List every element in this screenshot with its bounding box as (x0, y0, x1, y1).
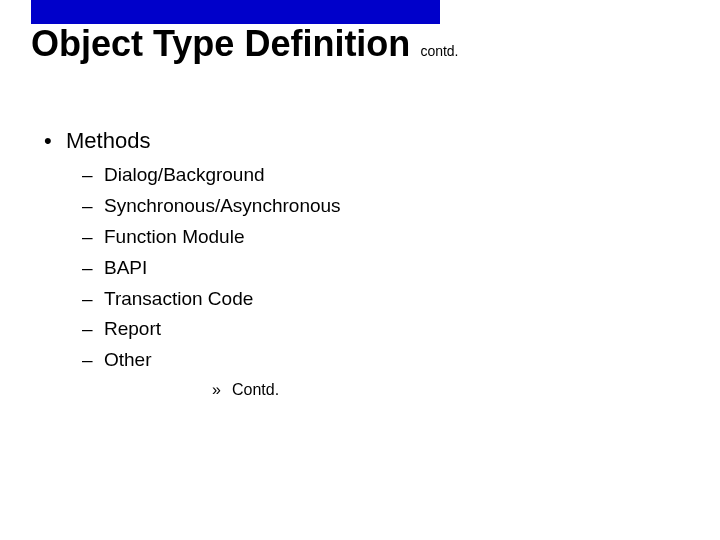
bullet-level2: – Other (82, 349, 680, 372)
slide-title: Object Type Definition contd. (31, 24, 459, 64)
dash-icon: – (82, 257, 104, 280)
bullet-text: Report (104, 318, 161, 341)
bullet-level2: – Report (82, 318, 680, 341)
dash-icon: – (82, 318, 104, 341)
bullet-level2: – Function Module (82, 226, 680, 249)
dash-icon: – (82, 226, 104, 249)
bullet-text: Dialog/Background (104, 164, 265, 187)
dash-icon: – (82, 164, 104, 187)
bullet-level2: – Transaction Code (82, 288, 680, 311)
bullet-text: Methods (66, 128, 150, 154)
dash-icon: – (82, 288, 104, 311)
bullet-level2: – Dialog/Background (82, 164, 680, 187)
bullet-text: Contd. (232, 380, 279, 399)
bullet-text: BAPI (104, 257, 147, 280)
dash-icon: – (82, 195, 104, 218)
bullet-text: Function Module (104, 226, 244, 249)
bullet-level2: – Synchronous/Asynchronous (82, 195, 680, 218)
title-main: Object Type Definition (31, 23, 410, 64)
bullet-text: Other (104, 349, 152, 372)
bullet-icon: • (44, 128, 66, 154)
slide-content: • Methods – Dialog/Background – Synchron… (44, 128, 680, 399)
raquo-icon: » (212, 380, 232, 399)
dash-icon: – (82, 349, 104, 372)
bullet-text: Transaction Code (104, 288, 253, 311)
decorative-top-bar (31, 0, 440, 24)
bullet-level2: – BAPI (82, 257, 680, 280)
bullet-level3: » Contd. (212, 380, 680, 399)
bullet-level1: • Methods (44, 128, 680, 154)
bullet-text: Synchronous/Asynchronous (104, 195, 341, 218)
title-suffix: contd. (420, 43, 458, 59)
